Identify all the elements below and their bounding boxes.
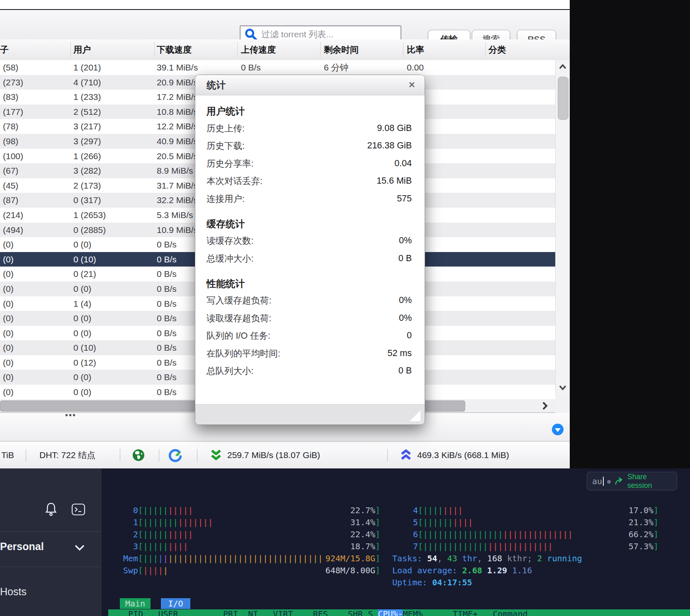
chevron-down-icon[interactable] xyxy=(74,544,85,551)
dht-nodes: DHT: 722 结点 xyxy=(39,441,95,468)
cell-users: 1 (4) xyxy=(73,296,152,311)
cell-users: 2 (173) xyxy=(73,178,152,193)
sidebar-item-hosts[interactable]: Hosts xyxy=(0,585,27,598)
cell-seeds: (0) xyxy=(3,385,69,399)
cell-users: 0 (2885) xyxy=(73,223,152,238)
cell-eta: 6 分钟 xyxy=(324,60,403,75)
table-header[interactable]: 子 用户 下载速度 上传速度 剩余时间 比率 分类 xyxy=(0,39,570,61)
col-users[interactable]: 用户 xyxy=(73,39,91,60)
htop-tab-io[interactable]: I/O xyxy=(161,598,190,609)
htop-meter-5: 5[||||||||||21.3%] xyxy=(392,517,658,529)
download-status[interactable]: 259.7 MiB/s (18.07 GiB) xyxy=(210,441,320,468)
splitter-handle[interactable] xyxy=(66,414,75,416)
process-table-header[interactable]: PID USER PRI NI VIRT RES SHR S CPU%-MEM%… xyxy=(108,609,690,616)
cell-users: 4 (710) xyxy=(73,75,152,90)
cell-seeds: (100) xyxy=(3,149,69,164)
htop-tab-main[interactable]: Main xyxy=(120,598,151,609)
cell-users: 2 (512) xyxy=(73,104,152,119)
cell-cat xyxy=(488,60,553,75)
cell-cat xyxy=(488,296,553,311)
cell-seeds: (83) xyxy=(3,90,69,104)
col-ratio[interactable]: 比率 xyxy=(407,39,424,60)
cell-cat xyxy=(488,311,553,326)
upload-speed: 469.3 KiB/s (668.1 MiB) xyxy=(417,450,509,460)
scroll-down-icon[interactable] xyxy=(559,384,567,391)
bell-icon[interactable] xyxy=(45,502,57,517)
cell-cat xyxy=(488,370,553,385)
terminal-sidebar: Personal Hosts xyxy=(0,468,102,616)
cell-seeds: (87) xyxy=(3,193,69,208)
share-session-button[interactable]: au ● Share session xyxy=(587,472,677,490)
htop-tasks-line: Tasks: 54, 43 thr, 168 kthr; 2 running xyxy=(392,553,582,565)
cell-cat xyxy=(488,385,553,399)
cell-seeds: (0) xyxy=(3,281,69,296)
vertical-scrollbar[interactable] xyxy=(555,60,570,395)
cell-users: 0 (0) xyxy=(73,311,152,326)
globe-icon xyxy=(132,449,145,462)
cell-seeds: (0) xyxy=(3,326,69,341)
scroll-up-icon[interactable] xyxy=(559,63,567,70)
cell-seeds: (78) xyxy=(3,119,69,134)
stat-value: 0% xyxy=(399,313,412,323)
stat-value: 575 xyxy=(397,194,412,204)
cell-ratio: 0.00 xyxy=(407,60,483,75)
stat-label: 读取缓存超负荷: xyxy=(207,312,271,324)
stat-row: 连接用户:575 xyxy=(207,190,412,208)
stat-row: 本次对话丢弃:15.6 MiB xyxy=(207,172,412,190)
cell-seeds: (0) xyxy=(3,370,69,385)
cell-cat xyxy=(488,149,553,164)
htop-meter-1: 1[||||||||||||||31.4%] xyxy=(116,517,380,529)
stat-row: 读缓存次数:0% xyxy=(207,232,412,250)
cell-cat xyxy=(488,119,553,134)
sidebar-item-personal[interactable]: Personal xyxy=(0,540,44,553)
stat-value: 15.6 MiB xyxy=(377,176,412,186)
stat-row: 队列的 I/O 任务:0 xyxy=(207,327,412,345)
cell-cat xyxy=(488,223,553,238)
share-icon xyxy=(614,477,624,486)
htop-meter-3: 3[|||||||||18.7%] xyxy=(116,541,380,553)
cell-cat xyxy=(488,104,553,119)
cell-cat xyxy=(488,193,553,208)
close-icon[interactable]: × xyxy=(406,79,418,91)
stat-label: 历史下载: xyxy=(207,140,245,152)
cell-seeds: (0) xyxy=(3,252,69,267)
col-category[interactable]: 分类 xyxy=(488,39,506,60)
text-cursor xyxy=(603,477,604,486)
dot-separator: ● xyxy=(607,478,611,485)
cell-users: 1 (201) xyxy=(73,60,152,75)
cell-seeds: (177) xyxy=(3,104,69,119)
cell-cat xyxy=(488,355,553,370)
stat-value: 0.04 xyxy=(394,158,412,169)
terminal-icon[interactable] xyxy=(71,503,85,516)
cell-seeds: (98) xyxy=(3,134,69,149)
cell-seeds: (45) xyxy=(3,178,69,193)
stat-value: 0 xyxy=(407,330,412,341)
cell-seeds: (0) xyxy=(3,237,69,252)
dialog-titlebar[interactable]: 统计 × xyxy=(195,75,425,95)
resize-grip[interactable] xyxy=(410,410,420,421)
dialog-footer xyxy=(195,404,425,424)
cell-cat xyxy=(488,252,553,267)
col-upspeed[interactable]: 上传速度 xyxy=(241,39,276,60)
statistics-dialog: 统计 × 用户统计历史上传:9.08 GiB历史下载:216.38 GiB历史分… xyxy=(195,75,425,425)
status-bar: TiB DHT: 722 结点 xyxy=(0,441,570,468)
stat-value: 0 B xyxy=(398,366,412,376)
table-row[interactable]: (58)1 (201)39.1 MiB/s0 B/s6 分钟0.00 xyxy=(0,60,555,75)
collapse-button[interactable] xyxy=(552,424,564,435)
screen-black-region xyxy=(570,0,690,468)
scroll-right-icon[interactable] xyxy=(542,401,548,410)
stat-value: 0% xyxy=(399,235,412,246)
col-eta[interactable]: 剩余时间 xyxy=(324,39,359,60)
search-input[interactable] xyxy=(260,29,401,40)
col-dlspeed[interactable]: 下载速度 xyxy=(157,39,192,60)
speed-gauge-icon xyxy=(168,448,182,462)
cell-users: 0 (0) xyxy=(73,326,152,341)
alt-speed-toggle[interactable] xyxy=(168,441,182,468)
htop-uptime-line: Uptime: 04:17:55 xyxy=(392,577,472,589)
stat-label: 总缓冲大小: xyxy=(207,252,253,264)
col-seeds[interactable]: 子 xyxy=(0,39,9,60)
vertical-scroll-thumb[interactable] xyxy=(558,77,569,120)
upload-status[interactable]: 469.3 KiB/s (668.1 MiB) xyxy=(400,441,509,468)
cell-cat xyxy=(488,178,553,193)
free-space: TiB xyxy=(1,441,14,468)
